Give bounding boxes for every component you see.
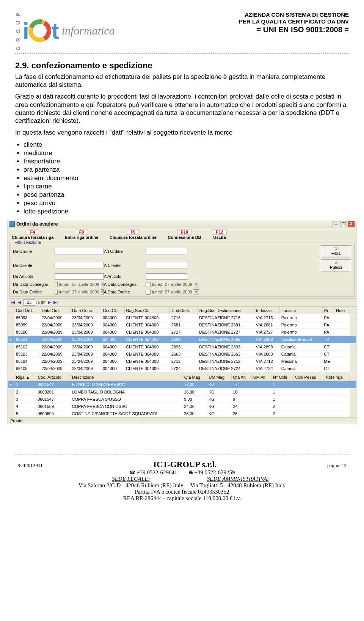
orders-grid[interactable]: Cod.Ord.Data Ord.Data Cons.Cod.Cli.Rag.S… (8, 307, 356, 372)
input-da-cliente[interactable] (55, 262, 104, 268)
checkbox-icon[interactable] (146, 282, 151, 287)
column-header[interactable]: Note (334, 307, 350, 314)
filter-panel: Filtri selezione Da Ordine Ad Ordine ▽Fi… (9, 243, 355, 297)
column-header[interactable]: Indirizzo (254, 307, 280, 314)
toolbar-item[interactable]: F8Entra riga ordine (65, 229, 98, 240)
column-header[interactable]: Cod.Dest. (170, 307, 198, 314)
column-header[interactable]: Rag.Soc.Destinazione (198, 307, 254, 314)
table-row[interactable]: 40601559COPPA FRESCA CON OSSO24,00KG242 (8, 403, 356, 410)
cert-line-3: = UNI EN ISO 9001:2008 = (239, 25, 349, 34)
close-button[interactable]: X (348, 221, 355, 227)
column-header[interactable]: Località (280, 307, 323, 314)
cell: CLIENTE 004300 (124, 328, 170, 336)
logo-letter-t: t (52, 18, 58, 44)
table-row[interactable]: 8510222/04/200923/04/2009004300CLIENTE 0… (8, 343, 356, 350)
bullet-item: cliente (24, 141, 349, 149)
label-da-articolo: Da Articolo (13, 274, 55, 279)
cell: Catania (280, 350, 323, 358)
input-da-articolo[interactable] (55, 273, 104, 280)
chevron-down-icon[interactable]: ▾ (101, 289, 104, 295)
column-header[interactable]: Qtà Alt (231, 373, 251, 381)
cell: PA (322, 314, 334, 321)
row-marker (8, 388, 14, 395)
cell: 85098 (14, 314, 40, 321)
cell: 26 (231, 410, 251, 417)
logo-letter-c (28, 19, 52, 42)
column-header[interactable]: Rag.Soc.Cli. (124, 307, 170, 314)
page-current[interactable]: 23 (23, 300, 35, 306)
table-row[interactable]: 8510522/04/200923/04/2009004300CLIENTE 0… (8, 365, 356, 372)
column-header[interactable]: N° Colli (271, 373, 293, 381)
table-row[interactable]: ▸8510122/04/200923/04/2009004300CLIENTE … (8, 336, 356, 343)
pulisci-button[interactable]: ✕Pulisci (321, 259, 351, 271)
checkbox-icon[interactable] (146, 290, 151, 295)
scrollbar-placeholder[interactable] (350, 307, 356, 314)
column-header[interactable]: Cod. Articolo (36, 373, 70, 381)
date-da-data-consegna[interactable]: lunedì 27 aprile 2009 ▾ (55, 282, 104, 287)
logo-informatica-text: informatica (62, 24, 115, 37)
table-row[interactable]: 20600201LOMBO TAGLIO BOLOGNA16,00KG161 (8, 388, 356, 395)
row-marker (8, 365, 14, 372)
column-header[interactable]: Data Cons. (71, 307, 101, 314)
cell: 22/04/2009 (40, 321, 71, 328)
prev-page-button[interactable]: ◀ (17, 300, 22, 305)
row-marker (8, 403, 14, 410)
column-header[interactable]: Colli Pesati (293, 373, 324, 381)
column-header[interactable]: Cod.Cli. (101, 307, 124, 314)
input-a-articolo[interactable] (146, 273, 187, 280)
cell: 1 (271, 388, 293, 395)
row-marker (8, 343, 14, 350)
checkbox-icon[interactable] (55, 290, 58, 295)
sede-legale-addr: Via Salerno 2/C-D - 42048 Rubiera (RE) I… (78, 482, 184, 488)
chevron-down-icon[interactable]: ▾ (194, 289, 199, 295)
minimize-button[interactable]: — (333, 221, 339, 227)
column-header[interactable]: Cod.Ord. (14, 307, 40, 314)
toolbar-item[interactable]: F10Connessione DB (168, 229, 201, 240)
chevron-down-icon[interactable]: ▾ (101, 282, 104, 287)
table-row[interactable]: 8510022/04/200923/04/2009004300CLIENTE 0… (8, 328, 356, 336)
table-row[interactable]: 30601547COPPA FRESCA S/OSSO9,00KG91 (8, 395, 356, 403)
first-page-button[interactable]: |◀ (10, 300, 16, 305)
next-page-button[interactable]: ▶ (47, 300, 52, 305)
table-row[interactable]: 8509922/04/200923/04/2009004300CLIENTE 0… (8, 321, 356, 328)
checkbox-icon[interactable] (55, 282, 58, 287)
column-header[interactable]: Note riga (324, 373, 350, 381)
cell: TP (322, 336, 334, 343)
input-ad-ordine[interactable] (146, 248, 187, 254)
column-header[interactable]: Qtà Mag (182, 373, 207, 381)
cell: LOMBO TAGLIO BOLOGNA (70, 388, 182, 395)
column-header[interactable]: Riga ▲ (14, 373, 36, 381)
cell: 24,00 (182, 403, 207, 410)
toolbar-item[interactable]: F12Uscita (213, 229, 227, 240)
order-lines-grid[interactable]: Riga ▲Cod. ArticoloDescrizioneQtà MagUM … (8, 372, 356, 417)
table-row[interactable]: 8510322/04/200923/04/2009004300CLIENTE 0… (8, 350, 356, 358)
cell: 004300 (101, 350, 124, 358)
table-row[interactable]: ▸10601542FILONI DI LOMBO FRESCO17,00KG17… (8, 381, 356, 388)
toolbar-item[interactable]: F4Chiusura forzata riga (12, 229, 53, 240)
cell: 004300 (101, 328, 124, 336)
restore-button[interactable]: ❐ (340, 221, 347, 227)
toolbar-item[interactable]: F9Chiusura forzata ordine (110, 229, 156, 240)
column-header[interactable]: Pr (322, 307, 334, 314)
column-header[interactable]: Data Ord. (40, 307, 71, 314)
date-da-data-ordine[interactable]: lunedì 27 aprile 2009 ▾ (55, 289, 104, 295)
table-row[interactable]: 50600604COSTINE C/PANCETTA S/COT SQUADRA… (8, 410, 356, 417)
date-a-data-consegna[interactable]: lunedì 27 aprile 2009 ▾ (146, 282, 221, 287)
column-header[interactable]: UM Alt (251, 373, 271, 381)
input-da-ordine[interactable] (55, 248, 104, 254)
input-a-cliente[interactable] (146, 262, 187, 268)
table-row[interactable]: 8510422/04/200923/04/2009004300CLIENTE 0… (8, 358, 356, 365)
cell: 16 (231, 388, 251, 395)
chevron-down-icon[interactable]: ▾ (194, 282, 199, 287)
cell: 22/04/2009 (40, 314, 71, 321)
cell: 85101 (14, 336, 40, 343)
date-a-data-ordine[interactable]: lunedì 27 aprile 2009 ▾ (146, 289, 221, 295)
last-page-button[interactable]: ▶| (53, 300, 58, 305)
column-header[interactable]: UM Mag (207, 373, 231, 381)
filtra-button[interactable]: ▽Filtra (321, 245, 351, 257)
table-row[interactable]: 8509822/04/200923/04/2009004300CLIENTE 0… (8, 314, 356, 321)
column-header[interactable]: Descrizione (70, 373, 182, 381)
cell: 9 (231, 395, 251, 403)
scrollbar-placeholder[interactable] (350, 373, 356, 381)
cell (334, 343, 350, 350)
